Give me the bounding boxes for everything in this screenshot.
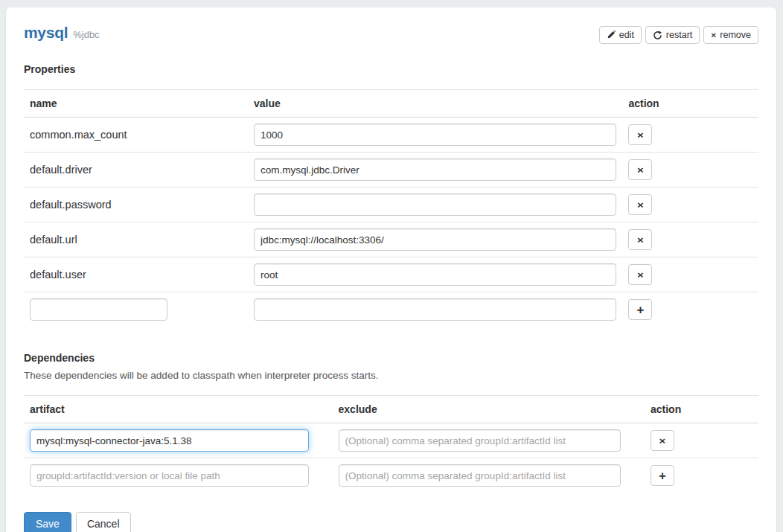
remove-property-button[interactable]: × [628,229,652,250]
dependency-row: × [24,423,758,458]
column-header-action: action [645,396,758,423]
remove-icon: × [637,164,644,175]
edit-button[interactable]: edit [599,26,642,44]
remove-property-button[interactable]: × [628,159,652,180]
column-header-artifact: artifact [24,396,333,423]
remove-property-button[interactable]: × [628,194,652,215]
remove-icon: × [659,435,666,446]
property-value-input[interactable] [254,158,616,181]
plus-icon: + [659,469,666,482]
remove-button[interactable]: × remove [703,26,758,44]
remove-icon: × [637,129,644,140]
add-dependency-button[interactable]: + [651,465,674,486]
edit-button-label: edit [619,30,634,40]
interpreter-name: mysql [24,24,68,42]
form-actions: Save Cancel [24,512,758,532]
dependencies-description: These dependencies will be added to clas… [24,370,758,381]
interpreter-binding: %jdbc [73,29,99,40]
remove-icon: × [637,269,644,280]
restart-button-label: restart [666,30,692,40]
interpreter-settings-card: mysql %jdbc edit restart × remove Proper… [6,7,776,532]
cancel-button[interactable]: Cancel [76,512,131,532]
column-header-exclude: exclude [333,396,645,423]
dependencies-heading: Dependencies [24,352,758,364]
refresh-icon [653,31,662,40]
remove-icon: × [637,199,644,210]
remove-dependency-button[interactable]: × [651,430,674,451]
exclude-input[interactable] [339,429,621,452]
remove-property-button[interactable]: × [628,124,652,145]
properties-table: name value action common.max_count × def… [24,89,758,327]
table-row: default.user × [24,257,758,292]
table-row: default.url × [24,222,758,257]
property-name: default.password [24,188,248,222]
remove-button-label: remove [720,30,751,40]
plus-icon: + [636,304,644,316]
property-value-input[interactable] [254,124,616,146]
column-header-name: name [24,90,248,118]
pencil-icon [607,31,616,39]
new-property-row: + [24,292,758,327]
new-property-value-input[interactable] [254,298,616,321]
dependencies-table: artifact exclude action × + [24,395,758,493]
artifact-input[interactable] [30,429,309,452]
table-row: default.password × [24,188,758,222]
header-actions: edit restart × remove [599,24,758,44]
new-artifact-input[interactable] [30,464,309,487]
remove-property-button[interactable]: × [628,264,652,285]
property-value-input[interactable] [254,193,616,216]
table-row: common.max_count × [24,118,758,153]
close-icon: × [711,31,716,40]
property-name: default.url [24,222,248,257]
dependencies-header-row: artifact exclude action [24,396,758,423]
interpreter-header: mysql %jdbc edit restart × remove [24,24,758,44]
remove-icon: × [637,234,644,245]
add-property-button[interactable]: + [628,299,652,320]
property-name: default.driver [24,153,248,188]
table-row: default.driver × [24,153,758,188]
properties-header-row: name value action [24,90,758,118]
property-name: default.user [24,257,248,292]
save-button[interactable]: Save [24,512,71,532]
new-exclude-input[interactable] [339,464,621,487]
new-dependency-row: + [24,458,758,493]
interpreter-title-group: mysql %jdbc [24,24,100,42]
restart-button[interactable]: restart [645,26,700,44]
new-property-name-input[interactable] [30,298,167,321]
property-name: common.max_count [24,118,248,153]
property-value-input[interactable] [254,228,616,251]
properties-heading: Properties [24,63,758,75]
property-value-input[interactable] [254,263,616,286]
column-header-action: action [622,90,758,118]
column-header-value: value [248,90,622,118]
